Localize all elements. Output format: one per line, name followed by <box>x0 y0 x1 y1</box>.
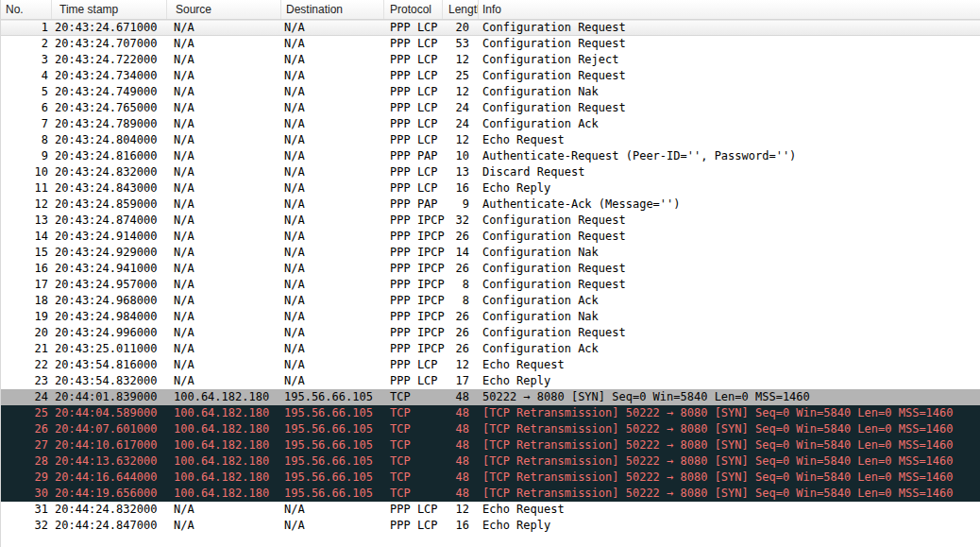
packet-row-25[interactable]: 2520:44:04.589000100.64.182.180195.56.66… <box>1 405 980 421</box>
packet-row-18[interactable]: 1820:43:24.968000N/AN/APPP IPCP8Configur… <box>1 293 980 309</box>
packet-row-29[interactable]: 2920:44:16.644000100.64.182.180195.56.66… <box>1 470 980 486</box>
cell-protocol: PPP PAP <box>384 148 443 164</box>
cell-time: 20:43:24.996000 <box>52 325 167 341</box>
packet-row-8[interactable]: 820:43:24.804000N/AN/APPP LCP12Echo Requ… <box>1 132 980 148</box>
column-header-length[interactable]: Length <box>443 0 479 19</box>
packet-row-16[interactable]: 1620:43:24.941000N/AN/APPP IPCP26Configu… <box>1 261 980 277</box>
cell-source: N/A <box>167 277 281 293</box>
cell-time: 20:43:24.859000 <box>52 197 167 213</box>
cell-no: 4 <box>1 68 52 84</box>
cell-length: 20 <box>443 21 479 35</box>
cell-time: 20:44:04.589000 <box>52 405 167 421</box>
cell-no: 16 <box>1 261 52 277</box>
cell-length: 12 <box>443 132 479 148</box>
packet-row-32[interactable]: 3220:44:24.847000N/AN/APPP LCP16Echo Rep… <box>1 518 980 534</box>
packet-row-31[interactable]: 3120:44:24.832000N/AN/APPP LCP12Echo Req… <box>1 502 980 518</box>
column-header-destination[interactable]: Destination <box>281 0 384 19</box>
packet-row-23[interactable]: 2320:43:54.832000N/AN/APPP LCP17Echo Rep… <box>1 373 980 389</box>
cell-destination: 195.56.66.105 <box>281 437 384 453</box>
cell-no: 13 <box>1 213 52 229</box>
cell-source: 100.64.182.180 <box>167 486 281 502</box>
cell-length: 16 <box>443 518 479 534</box>
packet-row-24[interactable]: 2420:44:01.839000100.64.182.180195.56.66… <box>1 389 980 405</box>
cell-time: 20:43:24.671000 <box>52 21 167 35</box>
packet-row-14[interactable]: 1420:43:24.914000N/AN/APPP IPCP26Configu… <box>1 229 980 245</box>
cell-length: 26 <box>443 341 479 357</box>
cell-source: N/A <box>167 293 281 309</box>
cell-no: 14 <box>1 229 52 245</box>
cell-info: Configuration Request <box>479 277 980 293</box>
cell-protocol: PPP IPCP <box>384 277 443 293</box>
column-header-no[interactable]: No. <box>1 0 52 19</box>
cell-time: 20:44:13.632000 <box>52 453 167 470</box>
cell-source: 100.64.182.180 <box>167 421 281 437</box>
packet-row-9[interactable]: 920:43:24.816000N/AN/APPP PAP10Authentic… <box>1 148 980 164</box>
column-header-source[interactable]: Source <box>167 0 281 19</box>
packet-row-11[interactable]: 1120:43:24.843000N/AN/APPP LCP16Echo Rep… <box>1 180 980 197</box>
cell-length: 48 <box>443 389 479 405</box>
cell-length: 53 <box>443 36 479 52</box>
packet-row-1[interactable]: 120:43:24.671000N/AN/APPP LCP20Configura… <box>1 20 980 36</box>
packet-row-3[interactable]: 320:43:24.722000N/AN/APPP LCP12Configura… <box>1 52 980 68</box>
cell-time: 20:43:24.929000 <box>52 245 167 261</box>
cell-length: 32 <box>443 213 479 229</box>
packet-row-15[interactable]: 1520:43:24.929000N/AN/APPP IPCP14Configu… <box>1 245 980 261</box>
cell-destination: 195.56.66.105 <box>281 486 384 502</box>
packet-row-20[interactable]: 2020:43:24.996000N/AN/APPP IPCP26Configu… <box>1 325 980 341</box>
cell-length: 26 <box>443 229 479 245</box>
cell-time: 20:43:24.749000 <box>52 84 167 100</box>
cell-protocol: TCP <box>384 453 443 470</box>
cell-protocol: PPP PAP <box>384 197 443 213</box>
cell-protocol: TCP <box>384 421 443 437</box>
cell-length: 12 <box>443 357 479 373</box>
cell-destination: N/A <box>281 36 384 52</box>
cell-protocol: PPP LCP <box>384 180 443 197</box>
cell-time: 20:44:07.601000 <box>52 421 167 437</box>
packet-row-5[interactable]: 520:43:24.749000N/AN/APPP LCP12Configura… <box>1 84 980 100</box>
cell-info: 50222 → 8080 [SYN] Seq=0 Win=5840 Len=0 … <box>479 389 980 405</box>
packet-row-28[interactable]: 2820:44:13.632000100.64.182.180195.56.66… <box>1 453 980 470</box>
packet-row-17[interactable]: 1720:43:24.957000N/AN/APPP IPCP8Configur… <box>1 277 980 293</box>
packet-row-19[interactable]: 1920:43:24.984000N/AN/APPP IPCP26Configu… <box>1 309 980 325</box>
cell-length: 9 <box>443 197 479 213</box>
packet-row-26[interactable]: 2620:44:07.601000100.64.182.180195.56.66… <box>1 421 980 437</box>
packet-row-12[interactable]: 1220:43:24.859000N/AN/APPP PAP9Authentic… <box>1 197 980 213</box>
cell-info: Echo Request <box>479 502 980 518</box>
cell-time: 20:43:24.734000 <box>52 68 167 84</box>
cell-info: Discard Request <box>479 164 980 180</box>
packet-row-4[interactable]: 420:43:24.734000N/AN/APPP LCP25Configura… <box>1 68 980 84</box>
packet-row-10[interactable]: 1020:43:24.832000N/AN/APPP LCP13Discard … <box>1 164 980 180</box>
packet-row-27[interactable]: 2720:44:10.617000100.64.182.180195.56.66… <box>1 437 980 453</box>
packet-row-30[interactable]: 3020:44:19.656000100.64.182.180195.56.66… <box>1 486 980 502</box>
cell-no: 23 <box>1 373 52 389</box>
packet-list-header: No.Time stampSourceDestinationProtocolLe… <box>1 0 980 20</box>
cell-time: 20:44:19.656000 <box>52 486 167 502</box>
packet-row-22[interactable]: 2220:43:54.816000N/AN/APPP LCP12Echo Req… <box>1 357 980 373</box>
cell-source: N/A <box>167 197 281 213</box>
cell-no: 27 <box>1 437 52 453</box>
cell-no: 18 <box>1 293 52 309</box>
cell-destination: N/A <box>281 357 384 373</box>
column-header-info[interactable]: Info <box>479 0 980 19</box>
packet-row-2[interactable]: 220:43:24.707000N/AN/APPP LCP53Configura… <box>1 36 980 52</box>
cell-protocol: PPP LCP <box>384 132 443 148</box>
cell-length: 12 <box>443 52 479 68</box>
cell-info: Configuration Ack <box>479 116 980 132</box>
packet-row-21[interactable]: 2120:43:25.011000N/AN/APPP IPCP26Configu… <box>1 341 980 357</box>
packet-row-7[interactable]: 720:43:24.789000N/AN/APPP LCP24Configura… <box>1 116 980 132</box>
cell-no: 12 <box>1 197 52 213</box>
packet-row-6[interactable]: 620:43:24.765000N/AN/APPP LCP24Configura… <box>1 100 980 116</box>
cell-info: Configuration Nak <box>479 309 980 325</box>
cell-protocol: TCP <box>384 470 443 486</box>
column-header-protocol[interactable]: Protocol <box>384 0 443 19</box>
cell-time: 20:43:24.816000 <box>52 148 167 164</box>
column-header-time[interactable]: Time stamp <box>52 0 167 19</box>
cell-source: N/A <box>167 84 281 100</box>
cell-destination: N/A <box>281 164 384 180</box>
cell-info: Authenticate-Request (Peer-ID='', Passwo… <box>479 148 980 164</box>
cell-time: 20:43:24.984000 <box>52 309 167 325</box>
cell-protocol: PPP LCP <box>384 373 443 389</box>
cell-info: Configuration Reject <box>479 52 980 68</box>
packet-row-13[interactable]: 1320:43:24.874000N/AN/APPP IPCP32Configu… <box>1 213 980 229</box>
cell-no: 21 <box>1 341 52 357</box>
